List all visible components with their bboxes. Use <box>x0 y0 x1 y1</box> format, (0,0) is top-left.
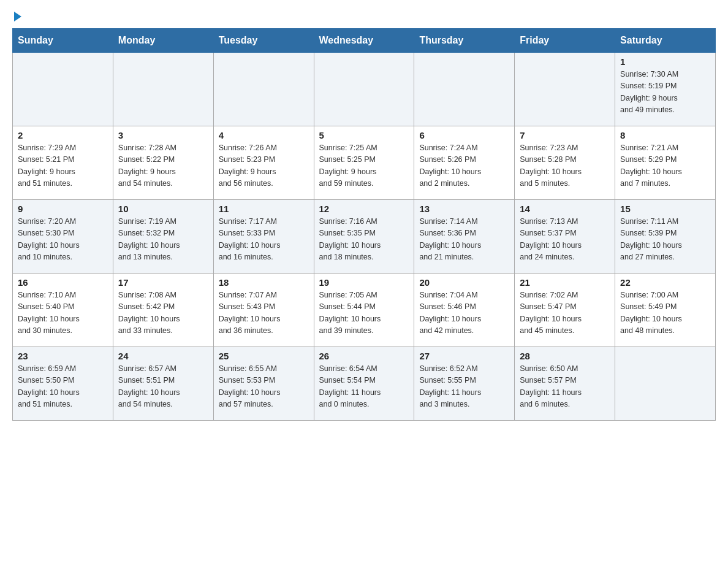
day-info: Sunrise: 7:20 AM Sunset: 5:30 PM Dayligh… <box>18 216 108 264</box>
day-number: 2 <box>18 130 108 140</box>
calendar-cell: 18Sunrise: 7:07 AM Sunset: 5:43 PM Dayli… <box>213 274 314 347</box>
day-number: 17 <box>118 277 208 288</box>
day-number: 5 <box>319 130 409 140</box>
day-info: Sunrise: 7:29 AM Sunset: 5:21 PM Dayligh… <box>18 142 108 190</box>
calendar-cell: 21Sunrise: 7:02 AM Sunset: 5:47 PM Dayli… <box>515 274 615 347</box>
day-info: Sunrise: 6:54 AM Sunset: 5:54 PM Dayligh… <box>319 363 409 411</box>
day-number: 10 <box>118 204 208 214</box>
day-number: 11 <box>219 204 309 214</box>
day-info: Sunrise: 7:10 AM Sunset: 5:40 PM Dayligh… <box>18 289 108 337</box>
calendar-cell <box>314 53 414 126</box>
calendar-table: Sunday Monday Tuesday Wednesday Thursday… <box>12 28 716 421</box>
calendar-cell: 24Sunrise: 6:57 AM Sunset: 5:51 PM Dayli… <box>113 347 213 421</box>
day-number: 13 <box>419 204 509 214</box>
calendar-cell: 26Sunrise: 6:54 AM Sunset: 5:54 PM Dayli… <box>314 347 414 421</box>
calendar-cell: 19Sunrise: 7:05 AM Sunset: 5:44 PM Dayli… <box>314 274 414 347</box>
day-info: Sunrise: 7:23 AM Sunset: 5:28 PM Dayligh… <box>520 142 610 190</box>
day-info: Sunrise: 7:21 AM Sunset: 5:29 PM Dayligh… <box>620 142 710 190</box>
calendar-cell: 3Sunrise: 7:28 AM Sunset: 5:22 PM Daylig… <box>113 126 213 200</box>
calendar-week-row: 9Sunrise: 7:20 AM Sunset: 5:30 PM Daylig… <box>13 200 716 274</box>
logo-general <box>12 12 21 22</box>
day-info: Sunrise: 7:08 AM Sunset: 5:42 PM Dayligh… <box>118 289 208 337</box>
day-info: Sunrise: 7:13 AM Sunset: 5:37 PM Dayligh… <box>520 216 610 264</box>
calendar-week-row: 23Sunrise: 6:59 AM Sunset: 5:50 PM Dayli… <box>13 347 716 421</box>
col-wednesday: Wednesday <box>314 29 414 53</box>
day-number: 3 <box>118 130 208 140</box>
col-saturday: Saturday <box>615 29 716 53</box>
day-number: 14 <box>520 204 610 214</box>
day-number: 25 <box>219 351 309 361</box>
day-number: 23 <box>18 351 108 361</box>
calendar-cell: 9Sunrise: 7:20 AM Sunset: 5:30 PM Daylig… <box>13 200 113 274</box>
day-number: 18 <box>219 277 309 288</box>
day-info: Sunrise: 7:00 AM Sunset: 5:49 PM Dayligh… <box>620 289 710 337</box>
calendar-cell <box>113 53 213 126</box>
day-number: 16 <box>18 277 108 288</box>
col-thursday: Thursday <box>414 29 515 53</box>
day-info: Sunrise: 7:07 AM Sunset: 5:43 PM Dayligh… <box>219 289 309 337</box>
calendar-cell: 27Sunrise: 6:52 AM Sunset: 5:55 PM Dayli… <box>414 347 515 421</box>
calendar-cell: 6Sunrise: 7:24 AM Sunset: 5:26 PM Daylig… <box>414 126 515 200</box>
day-number: 6 <box>419 130 509 140</box>
calendar-cell: 5Sunrise: 7:25 AM Sunset: 5:25 PM Daylig… <box>314 126 414 200</box>
day-number: 27 <box>419 351 509 361</box>
col-monday: Monday <box>113 29 213 53</box>
calendar-cell: 25Sunrise: 6:55 AM Sunset: 5:53 PM Dayli… <box>213 347 314 421</box>
day-number: 8 <box>620 130 710 140</box>
col-tuesday: Tuesday <box>213 29 314 53</box>
day-info: Sunrise: 7:05 AM Sunset: 5:44 PM Dayligh… <box>319 289 409 337</box>
day-info: Sunrise: 7:19 AM Sunset: 5:32 PM Dayligh… <box>118 216 208 264</box>
page-header <box>12 12 716 22</box>
col-sunday: Sunday <box>13 29 113 53</box>
calendar-week-row: 1Sunrise: 7:30 AM Sunset: 5:19 PM Daylig… <box>13 53 716 126</box>
calendar-cell: 12Sunrise: 7:16 AM Sunset: 5:35 PM Dayli… <box>314 200 414 274</box>
day-info: Sunrise: 7:24 AM Sunset: 5:26 PM Dayligh… <box>419 142 509 190</box>
day-number: 24 <box>118 351 208 361</box>
day-info: Sunrise: 7:17 AM Sunset: 5:33 PM Dayligh… <box>219 216 309 264</box>
day-number: 26 <box>319 351 409 361</box>
day-info: Sunrise: 6:59 AM Sunset: 5:50 PM Dayligh… <box>18 363 108 411</box>
day-number: 28 <box>520 351 610 361</box>
calendar-cell <box>515 53 615 126</box>
calendar-cell: 17Sunrise: 7:08 AM Sunset: 5:42 PM Dayli… <box>113 274 213 347</box>
day-info: Sunrise: 6:50 AM Sunset: 5:57 PM Dayligh… <box>520 363 610 411</box>
day-info: Sunrise: 7:28 AM Sunset: 5:22 PM Dayligh… <box>118 142 208 190</box>
calendar-week-row: 16Sunrise: 7:10 AM Sunset: 5:40 PM Dayli… <box>13 274 716 347</box>
day-info: Sunrise: 6:52 AM Sunset: 5:55 PM Dayligh… <box>419 363 509 411</box>
col-friday: Friday <box>515 29 615 53</box>
day-info: Sunrise: 7:11 AM Sunset: 5:39 PM Dayligh… <box>620 216 710 264</box>
calendar-cell: 7Sunrise: 7:23 AM Sunset: 5:28 PM Daylig… <box>515 126 615 200</box>
calendar-cell <box>615 347 716 421</box>
day-info: Sunrise: 7:30 AM Sunset: 5:19 PM Dayligh… <box>620 69 710 117</box>
day-number: 22 <box>620 277 710 288</box>
calendar-cell: 1Sunrise: 7:30 AM Sunset: 5:19 PM Daylig… <box>615 53 716 126</box>
calendar-cell: 22Sunrise: 7:00 AM Sunset: 5:49 PM Dayli… <box>615 274 716 347</box>
day-number: 1 <box>620 56 710 67</box>
calendar-cell: 14Sunrise: 7:13 AM Sunset: 5:37 PM Dayli… <box>515 200 615 274</box>
day-number: 19 <box>319 277 409 288</box>
day-info: Sunrise: 7:04 AM Sunset: 5:46 PM Dayligh… <box>419 289 509 337</box>
logo-arrow-icon <box>14 12 21 21</box>
calendar-cell: 8Sunrise: 7:21 AM Sunset: 5:29 PM Daylig… <box>615 126 716 200</box>
day-info: Sunrise: 7:25 AM Sunset: 5:25 PM Dayligh… <box>319 142 409 190</box>
day-number: 20 <box>419 277 509 288</box>
calendar-cell <box>213 53 314 126</box>
calendar-week-row: 2Sunrise: 7:29 AM Sunset: 5:21 PM Daylig… <box>13 126 716 200</box>
calendar-cell: 13Sunrise: 7:14 AM Sunset: 5:36 PM Dayli… <box>414 200 515 274</box>
day-info: Sunrise: 6:55 AM Sunset: 5:53 PM Dayligh… <box>219 363 309 411</box>
day-number: 15 <box>620 204 710 214</box>
calendar-cell: 23Sunrise: 6:59 AM Sunset: 5:50 PM Dayli… <box>13 347 113 421</box>
day-number: 9 <box>18 204 108 214</box>
day-number: 21 <box>520 277 610 288</box>
logo <box>12 12 21 22</box>
calendar-cell <box>13 53 113 126</box>
day-info: Sunrise: 7:16 AM Sunset: 5:35 PM Dayligh… <box>319 216 409 264</box>
calendar-cell: 10Sunrise: 7:19 AM Sunset: 5:32 PM Dayli… <box>113 200 213 274</box>
calendar-header-row: Sunday Monday Tuesday Wednesday Thursday… <box>13 29 716 53</box>
calendar-cell <box>414 53 515 126</box>
calendar-cell: 15Sunrise: 7:11 AM Sunset: 5:39 PM Dayli… <box>615 200 716 274</box>
calendar-cell: 20Sunrise: 7:04 AM Sunset: 5:46 PM Dayli… <box>414 274 515 347</box>
calendar-cell: 11Sunrise: 7:17 AM Sunset: 5:33 PM Dayli… <box>213 200 314 274</box>
calendar-cell: 2Sunrise: 7:29 AM Sunset: 5:21 PM Daylig… <box>13 126 113 200</box>
day-info: Sunrise: 7:02 AM Sunset: 5:47 PM Dayligh… <box>520 289 610 337</box>
